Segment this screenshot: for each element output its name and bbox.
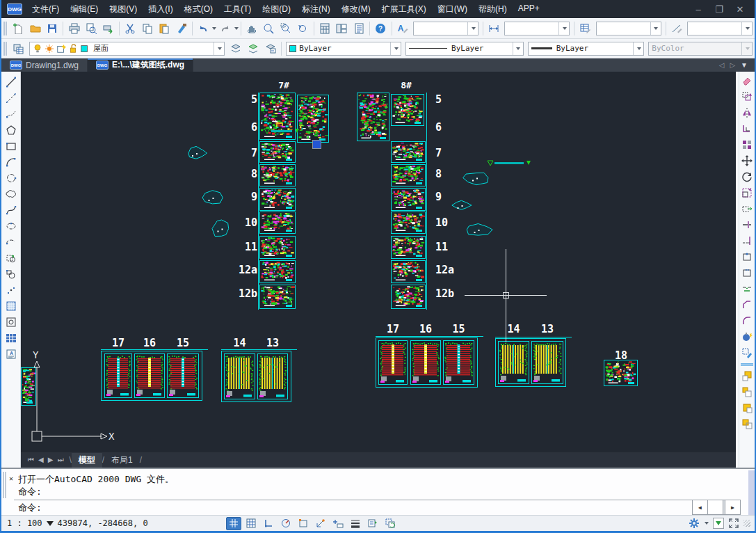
plan-thumbnail[interactable]: [259, 141, 296, 163]
building-7-label[interactable]: 7#: [270, 80, 298, 90]
group-c-elevation[interactable]: [443, 340, 474, 385]
trim-icon[interactable]: [739, 217, 755, 232]
menu-插入I[interactable]: 插入(I): [143, 0, 178, 19]
group-a-label[interactable]: 16: [139, 337, 160, 349]
text-style-icon[interactable]: A: [394, 20, 411, 37]
group-a-elevation[interactable]: [167, 353, 199, 398]
menu-视图V[interactable]: 视图(V): [104, 0, 143, 19]
floor-label-right[interactable]: 11: [435, 241, 459, 253]
group-b-elevation[interactable]: [257, 353, 288, 399]
menu-修改M[interactable]: 修改(M): [336, 0, 376, 19]
circle-icon[interactable]: [3, 170, 19, 186]
polygon-icon[interactable]: [3, 122, 19, 138]
floor-label-left[interactable]: 9: [234, 191, 257, 203]
mtext-icon[interactable]: A: [3, 347, 19, 362]
table-icon[interactable]: [3, 331, 19, 346]
command-grip[interactable]: [3, 472, 6, 498]
swatch-icon[interactable]: [80, 44, 90, 54]
maximize-button[interactable]: ❐: [710, 3, 728, 15]
match-prop-icon[interactable]: [739, 345, 755, 360]
new-file-icon[interactable]: [10, 20, 26, 37]
floor-label-left[interactable]: 12b: [234, 287, 257, 300]
annotation-scale-icon[interactable]: [713, 518, 724, 529]
table-style-icon[interactable]: [577, 20, 593, 37]
break-point-icon[interactable]: [739, 249, 755, 264]
toggle-grid[interactable]: [243, 517, 259, 530]
arc-icon[interactable]: [3, 154, 19, 170]
floor-label-right[interactable]: 10: [435, 216, 459, 229]
group-c-elevation[interactable]: [410, 340, 441, 385]
text-style-combo[interactable]: [413, 22, 478, 35]
table-style-arrow-icon[interactable]: [650, 22, 661, 35]
group-a-label[interactable]: 17: [108, 337, 129, 349]
toggle-snap[interactable]: [226, 517, 241, 530]
mleader-style-icon[interactable]: [668, 20, 685, 37]
app-logo-icon[interactable]: DWG: [7, 3, 22, 15]
command-prompt[interactable]: 命令:: [18, 502, 42, 514]
linetype-combo-arrow-icon[interactable]: [513, 42, 523, 55]
resize-grip[interactable]: [743, 520, 750, 527]
toggle-lwt[interactable]: [348, 517, 363, 530]
tab-scroll-left-icon[interactable]: ◁: [719, 61, 725, 69]
scroll-left-icon[interactable]: ◀: [693, 500, 708, 514]
menu-窗口W[interactable]: 窗口(W): [432, 0, 473, 19]
hatch-icon[interactable]: [3, 299, 19, 314]
toggle-dyn[interactable]: [330, 517, 346, 530]
layer-combo-arrow-icon[interactable]: [214, 42, 224, 55]
floor-label-right[interactable]: 6: [435, 121, 459, 134]
break-icon[interactable]: [739, 265, 755, 280]
plan-thumbnail[interactable]: [391, 94, 424, 126]
make-object-layer-icon[interactable]: [227, 40, 244, 57]
print-preview-icon[interactable]: [83, 20, 99, 37]
group-a-label[interactable]: 15: [172, 337, 193, 349]
plan-thumbnail[interactable]: [259, 236, 296, 259]
site-outline[interactable]: [199, 188, 226, 207]
line-icon[interactable]: [3, 74, 19, 90]
group-c-label[interactable]: 15: [449, 323, 469, 335]
text-style-arrow-icon[interactable]: [467, 22, 478, 35]
floor-label-right[interactable]: 8: [435, 168, 459, 180]
plan-thumbnail[interactable]: [391, 188, 426, 211]
group-c-label[interactable]: 17: [383, 323, 403, 335]
plan-thumbnail[interactable]: [259, 212, 296, 234]
dim-style-combo[interactable]: [504, 22, 570, 35]
floor-label-left[interactable]: 6: [234, 121, 257, 134]
format-painter-icon[interactable]: [172, 20, 189, 37]
site-outline[interactable]: [461, 221, 495, 238]
plan-thumbnail[interactable]: [259, 285, 296, 309]
color-combo[interactable]: ByLayer: [286, 42, 401, 56]
zoom-realtime-icon[interactable]: [260, 20, 277, 37]
send-under-icon[interactable]: [739, 416, 755, 431]
insert-block-icon[interactable]: [3, 250, 19, 266]
help-icon[interactable]: ?: [372, 20, 389, 37]
color-combo-arrow-icon[interactable]: [390, 42, 401, 55]
unlock-icon[interactable]: [68, 44, 78, 54]
revcloud-icon[interactable]: [3, 186, 19, 202]
plan-thumbnail[interactable]: [259, 260, 296, 283]
mirror-icon[interactable]: [739, 105, 755, 120]
scroll-thumb[interactable]: [708, 500, 723, 514]
toggle-polar[interactable]: [278, 517, 293, 530]
tab-layout1[interactable]: 布局1: [104, 453, 140, 468]
stretch-icon[interactable]: [739, 201, 755, 216]
calculator-icon[interactable]: [316, 20, 333, 37]
plan-thumbnail[interactable]: [357, 93, 389, 141]
annotation-marks[interactable]: [275, 120, 285, 129]
menu-工具T[interactable]: 工具(T): [218, 0, 257, 19]
layer-manager-button[interactable]: [10, 40, 27, 57]
site-outline[interactable]: [450, 199, 473, 212]
tab-scroll-right-icon[interactable]: ▷: [730, 61, 735, 69]
ellipse-icon[interactable]: [3, 218, 19, 234]
menu-标注N[interactable]: 标注(N): [296, 0, 336, 19]
menu-编辑E[interactable]: 编辑(E): [65, 0, 104, 19]
redo-icon[interactable]: [216, 20, 233, 37]
join-icon[interactable]: [739, 281, 755, 296]
group-d-label[interactable]: 13: [537, 323, 558, 335]
scroll-right-icon[interactable]: ▶: [725, 500, 740, 514]
array-icon[interactable]: [739, 137, 755, 152]
toolbar-grip[interactable]: [3, 42, 7, 56]
group-a-elevation[interactable]: [134, 353, 165, 398]
menu-APP+[interactable]: APP+: [513, 0, 545, 19]
linetype-combo[interactable]: ByLayer: [405, 42, 524, 56]
command-close-icon[interactable]: ✕: [9, 475, 13, 482]
